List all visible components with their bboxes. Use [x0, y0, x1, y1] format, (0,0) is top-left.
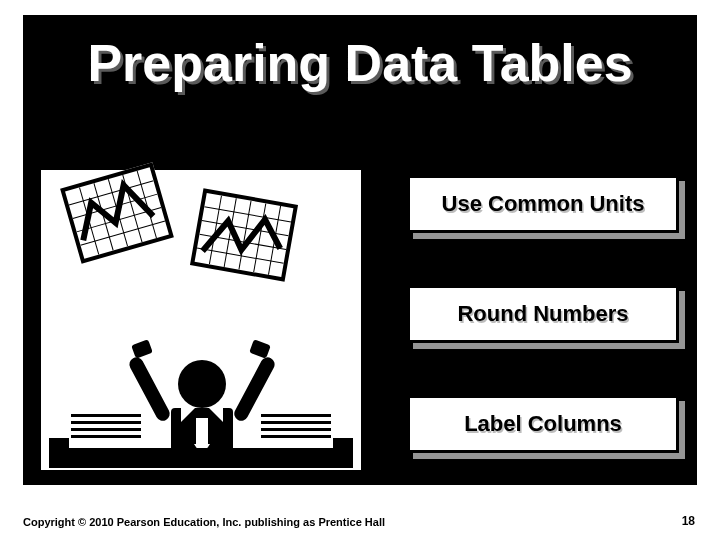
bullet-use-common-units: Use Common Units	[407, 175, 679, 233]
slide-title: Preparing Data Tables	[23, 33, 697, 93]
copyright-text: Copyright © 2010 Pearson Education, Inc.…	[23, 516, 385, 528]
paper-stack-left	[71, 410, 141, 442]
bullet-label-columns: Label Columns	[407, 395, 679, 453]
chart-paper-left	[60, 162, 174, 263]
bullet-round-numbers: Round Numbers	[407, 285, 679, 343]
page-number: 18	[682, 514, 695, 528]
svg-line-16	[254, 203, 266, 272]
slide-frame: Preparing Data Tables	[23, 15, 697, 485]
chart-paper-right	[190, 188, 298, 281]
paper-stack-right	[261, 410, 331, 442]
desk	[49, 448, 353, 468]
clipart-charts-person	[41, 170, 361, 470]
slide: Preparing Data Tables	[0, 0, 720, 540]
bullet-label: Use Common Units	[442, 191, 645, 217]
bullet-label: Label Columns	[464, 411, 622, 437]
bullet-label: Round Numbers	[457, 301, 628, 327]
